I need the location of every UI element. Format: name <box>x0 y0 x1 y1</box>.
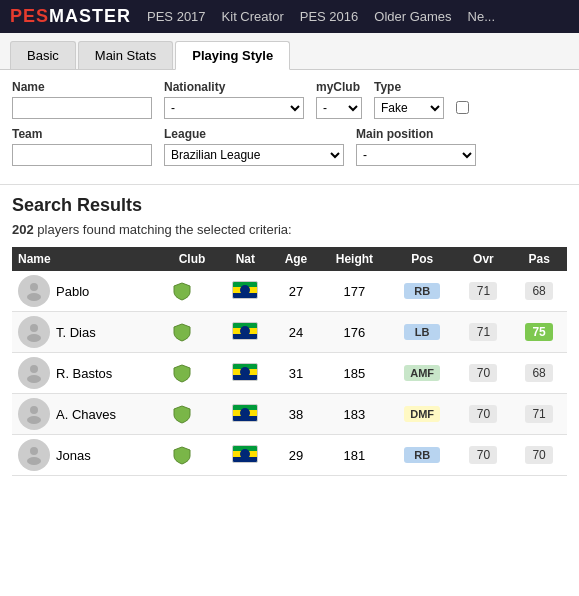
svg-point-7 <box>27 416 41 424</box>
th-club: Club <box>165 247 219 271</box>
nationality-select[interactable]: - <box>164 97 304 119</box>
results-number: 202 <box>12 222 34 237</box>
player-position: RB <box>404 447 440 463</box>
player-height: 176 <box>320 312 389 353</box>
nav-pes2017[interactable]: PES 2017 <box>147 9 206 24</box>
main-position-select[interactable]: - <box>356 144 476 166</box>
player-name: R. Bastos <box>56 366 112 381</box>
nationality-flag <box>232 404 258 422</box>
league-select[interactable]: Brazilian League <box>164 144 344 166</box>
svg-point-4 <box>30 365 38 373</box>
name-input[interactable] <box>12 97 152 119</box>
extra-checkbox[interactable] <box>456 101 469 114</box>
player-height: 181 <box>320 435 389 476</box>
player-pas: 70 <box>525 446 553 464</box>
player-pas: 71 <box>525 405 553 423</box>
nationality-flag <box>232 281 258 299</box>
player-position: LB <box>404 324 440 340</box>
player-ovr: 70 <box>469 405 497 423</box>
player-position: DMF <box>404 406 440 422</box>
nav-pes2016[interactable]: PES 2016 <box>300 9 359 24</box>
th-ovr: Ovr <box>456 247 512 271</box>
team-label: Team <box>12 127 152 141</box>
nav-more[interactable]: Ne... <box>468 9 495 24</box>
player-avatar <box>18 357 50 389</box>
th-age: Age <box>272 247 320 271</box>
svg-point-9 <box>27 457 41 465</box>
player-height: 177 <box>320 271 389 312</box>
th-pas: Pas <box>511 247 567 271</box>
player-avatar <box>18 275 50 307</box>
results-count-text: players found matching the selected crit… <box>37 222 291 237</box>
player-ovr: 70 <box>469 364 497 382</box>
player-position: AMF <box>404 365 440 381</box>
type-label: Type <box>374 80 444 94</box>
team-group: Team <box>12 127 152 166</box>
type-select[interactable]: Fake <box>374 97 444 119</box>
league-label: League <box>164 127 344 141</box>
name-label: Name <box>12 80 152 94</box>
club-icon <box>171 321 193 343</box>
nationality-flag <box>232 363 258 381</box>
nationality-flag <box>232 445 258 463</box>
myclub-select[interactable]: - <box>316 97 362 119</box>
svg-point-2 <box>30 324 38 332</box>
player-position: RB <box>404 283 440 299</box>
type-group: Type Fake <box>374 80 444 119</box>
player-height: 183 <box>320 394 389 435</box>
nationality-flag <box>232 322 258 340</box>
svg-point-5 <box>27 375 41 383</box>
table-row[interactable]: Jonas29181RB7070 <box>12 435 567 476</box>
logo-master: MASTER <box>49 6 131 26</box>
league-group: League Brazilian League <box>164 127 344 166</box>
player-avatar <box>18 439 50 471</box>
results-title: Search Results <box>12 195 567 216</box>
main-position-label: Main position <box>356 127 476 141</box>
results-count: 202 players found matching the selected … <box>12 222 567 237</box>
table-row[interactable]: R. Bastos31185AMF7068 <box>12 353 567 394</box>
svg-point-3 <box>27 334 41 342</box>
results-table: Name Club Nat Age Height Pos Ovr Pas Pab… <box>12 247 567 476</box>
myclub-group: myClub - <box>316 80 362 119</box>
player-pas: 68 <box>525 282 553 300</box>
svg-point-0 <box>30 283 38 291</box>
name-group: Name <box>12 80 152 119</box>
tab-playing-style[interactable]: Playing Style <box>175 41 290 70</box>
th-name: Name <box>12 247 165 271</box>
nationality-label: Nationality <box>164 80 304 94</box>
extra-label <box>456 80 469 94</box>
nav-older-games[interactable]: Older Games <box>374 9 451 24</box>
logo: PESMASTER <box>10 6 131 27</box>
main-position-group: Main position - <box>356 127 476 166</box>
player-pas: 68 <box>525 364 553 382</box>
player-ovr: 71 <box>469 323 497 341</box>
tab-basic[interactable]: Basic <box>10 41 76 69</box>
player-name: Pablo <box>56 284 89 299</box>
player-name: T. Dias <box>56 325 96 340</box>
club-icon <box>171 280 193 302</box>
nationality-group: Nationality - <box>164 80 304 119</box>
club-icon <box>171 403 193 425</box>
player-age: 29 <box>272 435 320 476</box>
svg-point-8 <box>30 447 38 455</box>
team-input[interactable] <box>12 144 152 166</box>
club-icon <box>171 362 193 384</box>
extra-group <box>456 80 469 114</box>
table-row[interactable]: A. Chaves38183DMF7071 <box>12 394 567 435</box>
header: PESMASTER PES 2017 Kit Creator PES 2016 … <box>0 0 579 33</box>
results-area: Search Results 202 players found matchin… <box>0 185 579 486</box>
player-name: Jonas <box>56 448 91 463</box>
club-icon <box>171 444 193 466</box>
th-nat: Nat <box>219 247 272 271</box>
table-row[interactable]: T. Dias24176LB7175 <box>12 312 567 353</box>
myclub-label: myClub <box>316 80 362 94</box>
player-avatar <box>18 316 50 348</box>
player-height: 185 <box>320 353 389 394</box>
logo-pes: PES <box>10 6 49 26</box>
player-age: 31 <box>272 353 320 394</box>
table-row[interactable]: Pablo27177RB7168 <box>12 271 567 312</box>
nav-kit-creator[interactable]: Kit Creator <box>222 9 284 24</box>
search-form: Name Nationality - myClub - Type Fake <box>0 70 579 185</box>
tab-main-stats[interactable]: Main Stats <box>78 41 173 69</box>
table-header-row: Name Club Nat Age Height Pos Ovr Pas <box>12 247 567 271</box>
